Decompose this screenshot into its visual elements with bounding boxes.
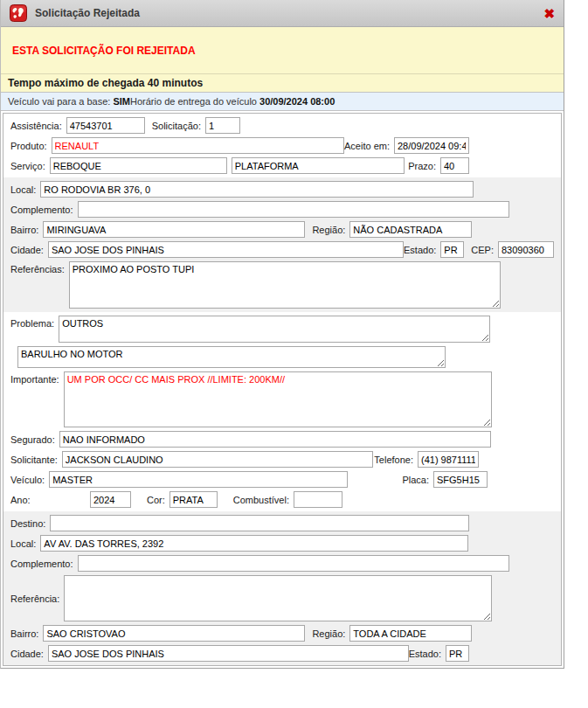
produto-input[interactable] (52, 137, 344, 154)
placa-label: Placa: (402, 475, 429, 485)
dialog-titlebar: Solicitação Rejeitada ✖ (1, 0, 564, 27)
arrival-time-banner: Tempo máximo de chegada 40 minutos (1, 74, 564, 93)
solicitante-label: Solicitante: (10, 455, 58, 465)
row-complemento-destino: Complemento: (3, 553, 561, 573)
delivery-label: Horário de entrega do veículo (130, 96, 259, 107)
servico-input[interactable] (50, 157, 227, 174)
regiao-origem-input[interactable] (349, 221, 472, 238)
aceito-em-label: Aceito em: (344, 141, 390, 151)
importante-label: Importante: (10, 371, 59, 385)
bairro-destino-input[interactable] (43, 625, 305, 642)
local-origem-input[interactable] (40, 181, 474, 198)
complemento-destino-label: Complemento: (10, 559, 73, 569)
estado-origem-input[interactable] (440, 241, 464, 258)
regiao-destino-input[interactable] (349, 625, 472, 642)
rejected-banner: ESTA SOLICITAÇÃO FOI REJEITADA (1, 27, 564, 74)
assistencia-label: Assistência: (10, 121, 62, 131)
prazo-label: Prazo: (408, 161, 436, 171)
base-value: SIM (113, 96, 130, 107)
cidade-origem-input[interactable] (48, 241, 404, 258)
estado-destino-label: Estado: (409, 649, 441, 659)
row-problema-detalhe: BARULHO NO MOTOR (3, 344, 561, 370)
solicitacao-label: Solicitação: (152, 121, 201, 131)
cep-input[interactable] (498, 241, 554, 258)
cidade-origem-label: Cidade: (10, 245, 44, 255)
row-referencia-destino: Referência: (3, 573, 561, 623)
request-form: Assistência: Solicitação: Produto: Aceit… (3, 113, 562, 666)
segurado-input[interactable] (59, 431, 491, 448)
problema-textarea[interactable]: OUTROS (59, 316, 490, 343)
veiculo-label: Veículo: (10, 475, 45, 485)
complemento-origem-label: Complemento: (10, 205, 73, 215)
row-bairro-origem: Bairro: Região: (3, 219, 561, 239)
row-assistencia: Assistência: Solicitação: (3, 115, 561, 135)
row-referencias: Referências: PROXIMO AO POSTO TUPI (3, 260, 561, 310)
cidade-destino-label: Cidade: (10, 649, 44, 659)
row-problema: Problema: OUTROS (3, 314, 561, 344)
regiao-origem-label: Região: (312, 225, 345, 235)
importante-textarea[interactable]: UM POR OCC/ CC MAIS PROX //LIMITE: 200KM… (64, 371, 492, 427)
estado-destino-input[interactable] (446, 645, 469, 662)
local-destino-input[interactable] (40, 535, 468, 552)
ano-input[interactable] (90, 491, 131, 508)
base-label: Veículo vai para a base: (8, 96, 113, 107)
row-destino: Destino: (3, 513, 561, 533)
complemento-destino-input[interactable] (78, 555, 509, 572)
estado-origem-label: Estado: (404, 245, 436, 255)
dialog-title: Solicitação Rejeitada (35, 7, 140, 19)
telefone-label: Telefone: (374, 455, 413, 465)
row-ano-cor-combustivel: Ano: Cor: Combustível: (3, 489, 561, 510)
cor-label: Cor: (147, 495, 165, 505)
placa-input[interactable] (433, 471, 488, 488)
solicitante-input[interactable] (62, 451, 373, 468)
row-local-destino: Local: (3, 533, 561, 553)
bairro-origem-label: Bairro: (10, 225, 38, 235)
row-bairro-destino: Bairro: Região: (3, 623, 561, 643)
local-destino-label: Local: (10, 538, 36, 549)
cep-label: CEP: (471, 245, 494, 255)
servico-tipo-input[interactable] (232, 157, 405, 174)
destino-input[interactable] (50, 515, 469, 531)
row-produto: Produto: Aceito em: (3, 135, 561, 156)
bairro-origem-input[interactable] (43, 221, 305, 238)
cor-input[interactable] (169, 491, 218, 508)
servico-label: Serviço: (10, 161, 45, 171)
row-segurado: Segurado: (3, 429, 561, 449)
row-servico: Serviço: Prazo: (3, 156, 561, 176)
close-icon[interactable]: ✖ (543, 7, 555, 20)
cidade-destino-input[interactable] (48, 645, 409, 662)
problema-label: Problema: (10, 316, 54, 329)
referencias-textarea[interactable]: PROXIMO AO POSTO TUPI (69, 261, 501, 309)
section-origin-address: Local: Complemento: Bairro: Região: Cida… (3, 177, 561, 312)
row-local-origem: Local: (3, 179, 561, 199)
referencias-label: Referências: (10, 261, 65, 274)
aceito-em-input[interactable] (394, 137, 469, 154)
regiao-destino-label: Região: (312, 628, 345, 639)
telefone-input[interactable] (418, 451, 479, 468)
segurado-label: Segurado: (10, 434, 55, 445)
prazo-input[interactable] (440, 157, 469, 174)
rejected-request-dialog: Solicitação Rejeitada ✖ ESTA SOLICITAÇÃO… (0, 0, 564, 669)
row-veiculo: Veículo: Placa: (3, 469, 561, 489)
solicitacao-input[interactable] (205, 117, 240, 134)
section-destination-address: Destino: Local: Complemento: Referência:… (3, 511, 561, 665)
referencia-destino-label: Referência: (10, 593, 59, 604)
row-importante: Importante: UM POR OCC/ CC MAIS PROX //L… (3, 370, 561, 429)
delivery-value: 30/09/2024 08:00 (259, 96, 335, 107)
destino-label: Destino: (10, 518, 45, 529)
complemento-origem-input[interactable] (78, 201, 509, 218)
section-problem-vehicle: Problema: OUTROS BARULHO NO MOTOR Import… (3, 312, 561, 511)
combustivel-label: Combustível: (233, 495, 289, 505)
referencia-destino-textarea[interactable] (64, 575, 492, 621)
bairro-destino-label: Bairro: (10, 628, 38, 639)
ano-label: Ano: (10, 495, 86, 505)
produto-label: Produto: (10, 141, 47, 151)
row-cidade-origem: Cidade: Estado: CEP: (3, 239, 561, 260)
world-icon (10, 4, 27, 22)
base-info-bar: Veículo vai para a base: SIMHorário de e… (1, 93, 564, 111)
problema-detalhe-textarea[interactable]: BARULHO NO MOTOR (17, 346, 446, 368)
veiculo-input[interactable] (49, 471, 348, 488)
combustivel-input[interactable] (294, 491, 342, 508)
assistencia-input[interactable] (66, 117, 145, 134)
row-cidade-destino: Cidade: Estado: (3, 643, 561, 663)
